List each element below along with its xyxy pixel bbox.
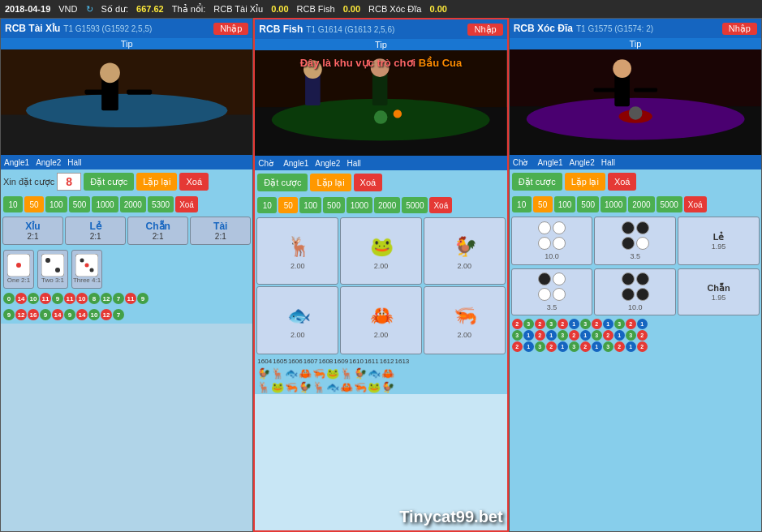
chip-1000-tai-xiu[interactable]: 1000 <box>92 196 118 212</box>
xoa-button-xoc-dia[interactable]: Xoá <box>608 173 637 191</box>
dice-three[interactable]: Three 4:1 <box>71 250 102 289</box>
chip-5000-xoc-dia[interactable]: 5000 <box>657 196 682 212</box>
tx-cell-chan[interactable]: Chẵn 2:1 <box>127 217 188 245</box>
refresh-icon[interactable]: ↻ <box>86 4 93 15</box>
chip-10-tai-xiu[interactable]: 10 <box>3 196 23 212</box>
tx-cell-le[interactable]: Lẻ 2:1 <box>65 217 126 245</box>
chip-50-xoc-dia[interactable]: 50 <box>533 196 553 212</box>
xd-history-row1: 2 3 2 3 2 1 3 2 1 3 2 1 <box>512 319 759 329</box>
game-id-xoc-dia: T1 G1575 (G1574: 2) <box>576 24 653 33</box>
panel-header-tai-xiu: RCB Tài Xỉu T1 G1593 (G1592 2,5,5) Nhập <box>1 19 252 38</box>
angle1-link-xoc-dia[interactable]: Angle1 <box>537 158 562 167</box>
chip-xoa-xoc-dia[interactable]: Xoá <box>684 196 707 212</box>
chip-500-fish[interactable]: 500 <box>323 197 345 213</box>
chip-xoa-fish[interactable]: Xoá <box>429 197 452 213</box>
tx-cell-tai[interactable]: Tài 2:1 <box>190 217 251 245</box>
svg-text:🦌: 🦌 <box>286 235 311 258</box>
bc-cell-shrimp[interactable]: 🦐 2.00 <box>424 286 506 354</box>
xd-cell-le[interactable]: Lẻ 1.95 <box>678 217 760 265</box>
lap-lai-button-tai-xiu[interactable]: Lặp lại <box>136 173 177 191</box>
chip-2000-fish[interactable]: 2000 <box>374 197 400 213</box>
hall-link-fish[interactable]: Hall <box>347 159 360 168</box>
rcb-tai-xiu-label: RCB Tài Xỉu <box>213 4 263 15</box>
balance-value: 667.62 <box>136 4 164 14</box>
xd-bottom-row: 3.5 10.0 Chẵn 1.95 <box>510 267 761 317</box>
hist-ball: 14 <box>52 309 63 320</box>
chip-2000-tai-xiu[interactable]: 2000 <box>120 196 146 212</box>
dice-section: One 2:1 Two 3:1 Three 4:1 <box>1 247 252 291</box>
angle1-link-tai-xiu[interactable]: Angle1 <box>4 158 29 167</box>
lap-lai-button-xoc-dia[interactable]: Lặp lại <box>565 173 605 191</box>
chip-row-xoc-dia: 10 50 100 500 1000 2000 5000 Xoá <box>510 194 761 215</box>
chip-50-fish[interactable]: 50 <box>278 197 298 213</box>
chip-100-xoc-dia[interactable]: 100 <box>554 196 576 212</box>
circle-black <box>636 221 649 234</box>
xd-cell-1black3white[interactable]: 3.5 <box>511 268 593 315</box>
bc-cell-crab[interactable]: 🦀 2.00 <box>340 286 422 354</box>
chip-xoa-tai-xiu[interactable]: Xoá <box>175 196 198 212</box>
xd-cell-4white[interactable]: 10.0 <box>511 217 593 265</box>
xd-cell-4black[interactable]: 10.0 <box>594 268 676 315</box>
chip-10-fish[interactable]: 10 <box>257 197 277 213</box>
tip-bar-fish: Tip <box>255 39 506 50</box>
chip-100-fish[interactable]: 100 <box>299 197 321 213</box>
angle2-link-tai-xiu[interactable]: Angle2 <box>36 158 61 167</box>
chip-100-tai-xiu[interactable]: 100 <box>45 196 67 212</box>
date-display: 2018-04-19 <box>5 4 50 14</box>
circle-black <box>622 221 635 234</box>
chip-10-xoc-dia[interactable]: 10 <box>512 196 532 212</box>
svg-point-13 <box>80 259 84 263</box>
svg-point-2 <box>26 94 227 127</box>
hist-ball: 14 <box>76 309 88 320</box>
hist-ball: 2 <box>637 330 648 341</box>
baucua-history-row1: 🐓 🦌 🐟 🦀 🦐 🐸 🦌 🐓 🐟 🦀 <box>255 367 506 380</box>
wait-text-xoc-dia: Chờ <box>513 158 528 167</box>
angle2-link-xoc-dia[interactable]: Angle2 <box>570 158 595 167</box>
hall-link-tai-xiu[interactable]: Hall <box>67 158 81 167</box>
angle1-link-fish[interactable]: Angle1 <box>283 159 308 168</box>
chip-row-fish: 10 50 100 500 1000 2000 5000 Xoá <box>255 195 506 216</box>
bc-cell-fish[interactable]: 🐟 2.00 <box>256 286 338 354</box>
svg-text:🐟: 🐟 <box>286 304 311 327</box>
tip-bar-tai-xiu: Tip <box>1 38 252 49</box>
chip-2000-xoc-dia[interactable]: 2000 <box>628 196 654 212</box>
chip-1000-fish[interactable]: 1000 <box>347 197 372 213</box>
bc-cell-frog[interactable]: 🐸 2.00 <box>340 217 422 285</box>
game-id-fish: T1 G1614 (G1613 2,5,6) <box>306 25 394 34</box>
angle2-link-fish[interactable]: Angle2 <box>315 159 340 168</box>
xoa-button-tai-xiu[interactable]: Xoá <box>179 173 209 191</box>
hist-ball: 8 <box>88 293 100 304</box>
circle-white <box>538 288 551 301</box>
chip-1000-xoc-dia[interactable]: 1000 <box>601 196 626 212</box>
nhap-button-tai-xiu[interactable]: Nhập <box>213 23 248 35</box>
rcb-xoc-dia-label: RCB Xóc Đĩa <box>368 4 421 14</box>
hall-link-xoc-dia[interactable]: Hall <box>601 158 615 167</box>
bc-cell-deer[interactable]: 🦌 2.00 <box>256 217 338 285</box>
chip-5000-fish[interactable]: 5000 <box>402 197 428 213</box>
xd-cell-3black1white[interactable]: 3.5 <box>594 217 676 265</box>
hist-ball: 2 <box>546 341 557 352</box>
chip-500-tai-xiu[interactable]: 500 <box>69 196 91 212</box>
chip-row-tai-xiu: 10 50 100 500 1000 2000 5300 Xoá <box>1 194 252 215</box>
chip-5300-tai-xiu[interactable]: 5300 <box>148 196 174 212</box>
dat-cuoc-button-tai-xiu[interactable]: Đặt cược <box>84 173 134 191</box>
dat-cuoc-button-fish[interactable]: Đặt cược <box>257 174 308 191</box>
dat-cuoc-button-xoc-dia[interactable]: Đặt cược <box>512 173 562 191</box>
bc-cell-rooster[interactable]: 🐓 2.00 <box>424 217 506 285</box>
chip-500-xoc-dia[interactable]: 500 <box>577 196 599 212</box>
chip-50-tai-xiu[interactable]: 50 <box>24 196 44 212</box>
video-area-fish: Đây là khu vực trò chơi Bầu Cua <box>255 50 506 156</box>
xd-cell-chan[interactable]: Chẵn 1.95 <box>678 268 760 315</box>
lap-lai-button-fish[interactable]: Lặp lại <box>310 174 351 191</box>
svg-point-15 <box>90 268 94 272</box>
svg-point-24 <box>394 109 402 118</box>
svg-point-8 <box>16 263 21 268</box>
nhap-button-xoc-dia[interactable]: Nhập <box>722 23 757 35</box>
hist-ball: 2 <box>626 319 636 329</box>
tx-cell-xiu[interactable]: Xỉu 2:1 <box>2 217 63 245</box>
xoa-button-fish[interactable]: Xoá <box>354 174 383 191</box>
bet-controls-xoc-dia: Đặt cược Lặp lại Xoá <box>510 169 761 194</box>
nhap-button-fish[interactable]: Nhập <box>467 24 502 36</box>
dice-one[interactable]: One 2:1 <box>3 250 34 289</box>
dice-two[interactable]: Two 3:1 <box>37 250 68 289</box>
